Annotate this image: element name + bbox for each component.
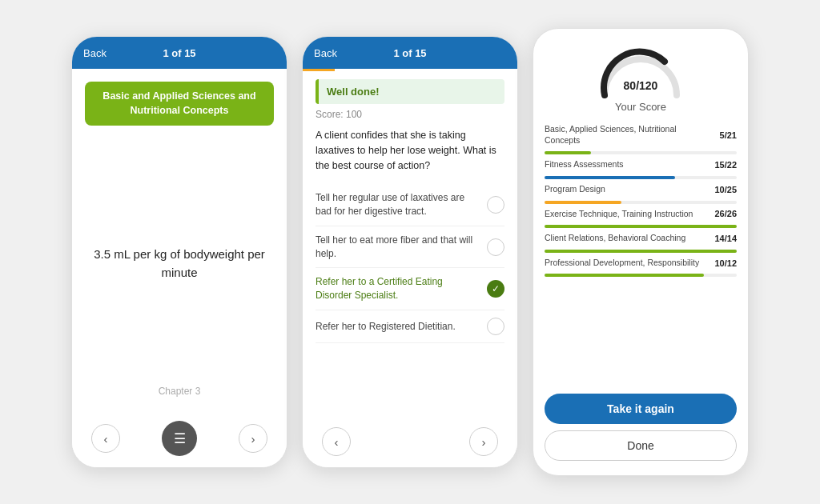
cat-score-0: 5/21 [714,130,737,140]
phone2-counter: 1 of 15 [393,47,426,59]
cat-score-1: 15/22 [714,160,737,170]
phone1-prev-button[interactable]: ‹ [91,424,120,453]
cat-bar-wrap-2 [545,201,737,204]
cat-score-4: 14/14 [714,234,737,243]
phone-score: 80/120 Your Score Basic, Applied Science… [533,28,749,476]
answer-text-2: Tell her to eat more fiber and that will… [316,234,480,261]
cat-bar-4 [545,250,737,253]
score-label: Score: 100 [316,109,504,120]
score-gauge: 80/120 [597,43,685,99]
card-content: 3.5 mL per kg of bodyweight per minute [85,142,274,386]
cat-row-0: Basic, Applied Sciences, Nutritional Con… [545,124,737,146]
radio-1 [487,196,504,214]
cat-bar-5 [545,274,704,277]
cat-bar-wrap-0 [545,151,737,154]
cat-name-0: Basic, Applied Sciences, Nutritional Con… [545,124,709,146]
phone-flashcard: Back 1 of 15 Basic and Applied Sciences … [71,36,287,468]
cat-bar-wrap-1 [545,176,737,179]
phone1-counter: 1 of 15 [163,47,195,59]
answer-option-2[interactable]: Tell her to eat more fiber and that will… [316,226,504,269]
cat-bar-3 [545,225,737,228]
chapter-label: Chapter 3 [85,386,274,400]
cat-row-1: Fitness Assessments 15/22 [545,159,737,170]
cat-bar-0 [545,151,591,154]
cat-score-2: 10/25 [714,185,737,194]
cat-name-3: Exercise Technique, Training Instruction [545,209,709,220]
radio-check-3: ✓ [487,280,504,298]
phone1-header: Back 1 of 15 [72,37,287,69]
radio-2 [487,238,504,256]
done-button[interactable]: Done [545,430,737,461]
radio-4 [487,318,504,335]
phone2-next-button[interactable]: › [469,427,498,456]
phone2-footer: ‹ › [303,419,517,467]
phone2-header: Back 1 of 15 [303,37,517,69]
cat-name-2: Program Design [545,184,709,195]
phone1-body: Basic and Applied Sciences and Nutrition… [72,69,287,413]
answer-text-1: Tell her regular use of laxatives are ba… [316,191,480,218]
cat-row-4: Client Relations, Behavioral Coaching 14… [545,233,737,244]
phone-quiz: Back 1 of 15 Well done! Score: 100 A cli… [302,36,518,468]
cat-row-3: Exercise Technique, Training Instruction… [545,209,737,220]
phone1-menu-button[interactable]: ☰ [162,421,197,456]
gauge-container: 80/120 Your Score [545,43,737,113]
cat-bar-wrap-3 [545,225,737,228]
card-body-text: 3.5 mL per kg of bodyweight per minute [85,246,274,282]
cat-score-5: 10/12 [714,258,737,268]
card-category-tag: Basic and Applied Sciences and Nutrition… [85,82,274,126]
question-text: A client confides that she is taking lax… [316,128,504,173]
well-done-banner: Well done! [316,79,504,104]
phone1-next-button[interactable]: › [239,424,267,453]
categories-list: Basic, Applied Sciences, Nutritional Con… [545,124,737,282]
cat-row-5: Professional Development, Responsibility… [545,258,737,269]
answer-option-4[interactable]: Refer her to Registered Dietitian. [316,310,504,343]
answer-option-1[interactable]: Tell her regular use of laxatives are ba… [316,184,504,226]
score-screen: 80/120 Your Score Basic, Applied Science… [533,29,748,475]
answer-text-3: Refer her to a Certified Eating Disorder… [316,275,480,302]
phone2-prev-button[interactable]: ‹ [322,427,351,456]
svg-text:80/120: 80/120 [624,79,658,92]
phone2-back-button[interactable]: Back [314,47,337,59]
cat-bar-wrap-5 [545,274,737,277]
cat-name-4: Client Relations, Behavioral Coaching [545,233,709,244]
cat-score-3: 26/26 [714,209,737,218]
your-score-label: Your Score [615,101,666,113]
cat-name-5: Professional Development, Responsibility [545,258,709,269]
answer-option-3[interactable]: Refer her to a Certified Eating Disorder… [316,268,504,310]
cat-row-2: Program Design 10/25 [545,184,737,195]
cat-bar-1 [545,176,675,179]
cat-bar-wrap-4 [545,250,737,253]
take-again-button[interactable]: Take it again [545,394,737,424]
phone1-back-button[interactable]: Back [83,47,107,59]
phone2-body: Well done! Score: 100 A client confides … [303,71,517,419]
cat-name-1: Fitness Assessments [545,159,709,170]
cat-bar-2 [545,201,621,204]
phone1-footer: ‹ ☰ › [72,413,287,467]
answer-text-4: Refer her to Registered Dietitian. [316,320,456,334]
